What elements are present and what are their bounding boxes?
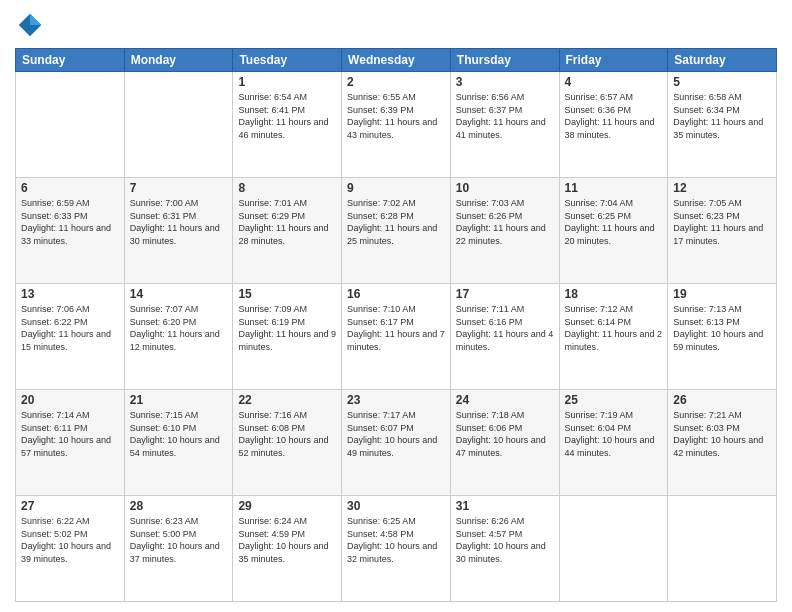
day-cell: 2 Sunrise: 6:55 AM Sunset: 6:39 PM Dayli… [342,72,451,178]
weekday-header-friday: Friday [559,49,668,72]
day-info: Sunrise: 6:22 AM Sunset: 5:02 PM Dayligh… [21,515,119,565]
day-info: Sunrise: 6:55 AM Sunset: 6:39 PM Dayligh… [347,91,445,141]
day-info: Sunrise: 7:02 AM Sunset: 6:28 PM Dayligh… [347,197,445,247]
day-info: Sunrise: 7:15 AM Sunset: 6:10 PM Dayligh… [130,409,228,459]
day-info: Sunrise: 6:23 AM Sunset: 5:00 PM Dayligh… [130,515,228,565]
day-cell: 30 Sunrise: 6:25 AM Sunset: 4:58 PM Dayl… [342,496,451,602]
day-cell: 12 Sunrise: 7:05 AM Sunset: 6:23 PM Dayl… [668,178,777,284]
day-info: Sunrise: 7:19 AM Sunset: 6:04 PM Dayligh… [565,409,663,459]
day-cell: 26 Sunrise: 7:21 AM Sunset: 6:03 PM Dayl… [668,390,777,496]
day-cell: 28 Sunrise: 6:23 AM Sunset: 5:00 PM Dayl… [124,496,233,602]
day-cell: 13 Sunrise: 7:06 AM Sunset: 6:22 PM Dayl… [16,284,125,390]
day-number: 27 [21,499,119,513]
day-number: 25 [565,393,663,407]
day-cell: 17 Sunrise: 7:11 AM Sunset: 6:16 PM Dayl… [450,284,559,390]
svg-marker-1 [30,14,41,25]
day-number: 10 [456,181,554,195]
day-number: 22 [238,393,336,407]
day-cell: 19 Sunrise: 7:13 AM Sunset: 6:13 PM Dayl… [668,284,777,390]
day-info: Sunrise: 7:16 AM Sunset: 6:08 PM Dayligh… [238,409,336,459]
day-number: 18 [565,287,663,301]
day-cell [16,72,125,178]
day-info: Sunrise: 7:17 AM Sunset: 6:07 PM Dayligh… [347,409,445,459]
day-info: Sunrise: 6:56 AM Sunset: 6:37 PM Dayligh… [456,91,554,141]
day-cell: 3 Sunrise: 6:56 AM Sunset: 6:37 PM Dayli… [450,72,559,178]
day-cell: 5 Sunrise: 6:58 AM Sunset: 6:34 PM Dayli… [668,72,777,178]
weekday-header-sunday: Sunday [16,49,125,72]
calendar-body: 1 Sunrise: 6:54 AM Sunset: 6:41 PM Dayli… [16,72,777,602]
day-number: 14 [130,287,228,301]
day-info: Sunrise: 7:06 AM Sunset: 6:22 PM Dayligh… [21,303,119,353]
week-row-4: 20 Sunrise: 7:14 AM Sunset: 6:11 PM Dayl… [16,390,777,496]
day-number: 13 [21,287,119,301]
day-cell: 15 Sunrise: 7:09 AM Sunset: 6:19 PM Dayl… [233,284,342,390]
day-cell [668,496,777,602]
day-info: Sunrise: 7:11 AM Sunset: 6:16 PM Dayligh… [456,303,554,353]
day-info: Sunrise: 6:59 AM Sunset: 6:33 PM Dayligh… [21,197,119,247]
day-info: Sunrise: 7:21 AM Sunset: 6:03 PM Dayligh… [673,409,771,459]
day-cell: 21 Sunrise: 7:15 AM Sunset: 6:10 PM Dayl… [124,390,233,496]
day-info: Sunrise: 7:07 AM Sunset: 6:20 PM Dayligh… [130,303,228,353]
day-info: Sunrise: 6:24 AM Sunset: 4:59 PM Dayligh… [238,515,336,565]
day-cell: 1 Sunrise: 6:54 AM Sunset: 6:41 PM Dayli… [233,72,342,178]
day-number: 21 [130,393,228,407]
day-cell: 16 Sunrise: 7:10 AM Sunset: 6:17 PM Dayl… [342,284,451,390]
day-number: 28 [130,499,228,513]
day-cell: 20 Sunrise: 7:14 AM Sunset: 6:11 PM Dayl… [16,390,125,496]
weekday-header-saturday: Saturday [668,49,777,72]
day-number: 1 [238,75,336,89]
day-info: Sunrise: 7:00 AM Sunset: 6:31 PM Dayligh… [130,197,228,247]
day-number: 6 [21,181,119,195]
day-cell [124,72,233,178]
day-number: 24 [456,393,554,407]
day-cell: 7 Sunrise: 7:00 AM Sunset: 6:31 PM Dayli… [124,178,233,284]
day-cell: 14 Sunrise: 7:07 AM Sunset: 6:20 PM Dayl… [124,284,233,390]
day-number: 30 [347,499,445,513]
day-number: 8 [238,181,336,195]
day-cell: 11 Sunrise: 7:04 AM Sunset: 6:25 PM Dayl… [559,178,668,284]
day-number: 23 [347,393,445,407]
day-number: 29 [238,499,336,513]
day-number: 9 [347,181,445,195]
calendar-table: SundayMondayTuesdayWednesdayThursdayFrid… [15,48,777,602]
weekday-header-row: SundayMondayTuesdayWednesdayThursdayFrid… [16,49,777,72]
logo [15,10,49,40]
day-cell: 23 Sunrise: 7:17 AM Sunset: 6:07 PM Dayl… [342,390,451,496]
day-cell: 25 Sunrise: 7:19 AM Sunset: 6:04 PM Dayl… [559,390,668,496]
day-info: Sunrise: 7:10 AM Sunset: 6:17 PM Dayligh… [347,303,445,353]
day-cell [559,496,668,602]
day-info: Sunrise: 6:54 AM Sunset: 6:41 PM Dayligh… [238,91,336,141]
day-number: 31 [456,499,554,513]
day-info: Sunrise: 7:09 AM Sunset: 6:19 PM Dayligh… [238,303,336,353]
day-number: 26 [673,393,771,407]
day-cell: 9 Sunrise: 7:02 AM Sunset: 6:28 PM Dayli… [342,178,451,284]
day-cell: 6 Sunrise: 6:59 AM Sunset: 6:33 PM Dayli… [16,178,125,284]
day-number: 3 [456,75,554,89]
day-info: Sunrise: 6:58 AM Sunset: 6:34 PM Dayligh… [673,91,771,141]
day-info: Sunrise: 7:05 AM Sunset: 6:23 PM Dayligh… [673,197,771,247]
day-cell: 10 Sunrise: 7:03 AM Sunset: 6:26 PM Dayl… [450,178,559,284]
day-info: Sunrise: 7:03 AM Sunset: 6:26 PM Dayligh… [456,197,554,247]
day-cell: 29 Sunrise: 6:24 AM Sunset: 4:59 PM Dayl… [233,496,342,602]
day-info: Sunrise: 7:04 AM Sunset: 6:25 PM Dayligh… [565,197,663,247]
weekday-header-tuesday: Tuesday [233,49,342,72]
day-info: Sunrise: 6:25 AM Sunset: 4:58 PM Dayligh… [347,515,445,565]
day-number: 2 [347,75,445,89]
page: SundayMondayTuesdayWednesdayThursdayFrid… [0,0,792,612]
day-cell: 18 Sunrise: 7:12 AM Sunset: 6:14 PM Dayl… [559,284,668,390]
day-info: Sunrise: 7:12 AM Sunset: 6:14 PM Dayligh… [565,303,663,353]
day-number: 12 [673,181,771,195]
day-info: Sunrise: 7:14 AM Sunset: 6:11 PM Dayligh… [21,409,119,459]
weekday-header-thursday: Thursday [450,49,559,72]
day-cell: 8 Sunrise: 7:01 AM Sunset: 6:29 PM Dayli… [233,178,342,284]
day-info: Sunrise: 7:13 AM Sunset: 6:13 PM Dayligh… [673,303,771,353]
day-number: 15 [238,287,336,301]
week-row-2: 6 Sunrise: 6:59 AM Sunset: 6:33 PM Dayli… [16,178,777,284]
weekday-header-monday: Monday [124,49,233,72]
weekday-header-wednesday: Wednesday [342,49,451,72]
day-number: 7 [130,181,228,195]
day-info: Sunrise: 6:26 AM Sunset: 4:57 PM Dayligh… [456,515,554,565]
day-number: 17 [456,287,554,301]
week-row-3: 13 Sunrise: 7:06 AM Sunset: 6:22 PM Dayl… [16,284,777,390]
week-row-1: 1 Sunrise: 6:54 AM Sunset: 6:41 PM Dayli… [16,72,777,178]
